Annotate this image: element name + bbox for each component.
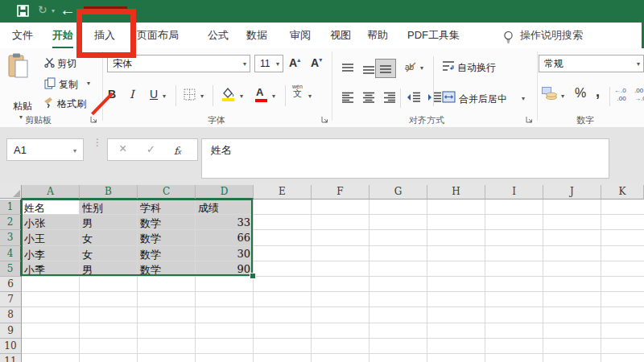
column-header-D[interactable]: D (196, 185, 254, 200)
percent-style-button[interactable]: % (575, 86, 586, 101)
row-header-3[interactable]: 3 (0, 230, 22, 245)
cell-C1[interactable]: 学科 (140, 201, 192, 216)
cell-B4[interactable]: 女 (82, 248, 134, 262)
cell-C3[interactable]: 数学 (140, 232, 192, 246)
column-header-H[interactable]: H (427, 185, 485, 200)
merge-center-label[interactable]: 合并后居中 (459, 93, 507, 106)
fill-handle[interactable] (250, 273, 256, 279)
paste-dropdown-icon[interactable]: ▾ (19, 113, 23, 121)
paste-button[interactable] (8, 53, 29, 79)
borders-dropdown-icon[interactable]: ▾ (200, 93, 204, 100)
chevron-down-icon[interactable]: ▾ (243, 60, 246, 68)
accounting-dropdown-icon[interactable]: ▾ (561, 93, 564, 100)
tell-me-search[interactable]: 操作说明搜索 (520, 28, 583, 43)
insert-function-icon[interactable]: fx (174, 143, 181, 158)
name-box[interactable]: A1 ▾ (6, 138, 84, 161)
alignment-dialog-launcher-icon[interactable] (526, 116, 533, 123)
align-left-icon[interactable] (341, 92, 354, 103)
copy-icon[interactable] (44, 77, 56, 89)
save-icon[interactable] (17, 5, 29, 17)
font-dialog-launcher-icon[interactable] (321, 116, 328, 123)
underline-button[interactable]: U (150, 88, 158, 101)
cell-A1[interactable]: 姓名 (24, 201, 76, 216)
column-header-G[interactable]: G (369, 185, 427, 200)
select-all-corner[interactable] (0, 185, 22, 199)
cell-B2[interactable]: 男 (82, 216, 134, 231)
cancel-icon[interactable]: × (119, 142, 126, 156)
phonetic-guide-icon[interactable]: wén 文 (292, 84, 303, 98)
row-header-6[interactable]: 6 (0, 277, 22, 292)
align-middle-icon[interactable] (362, 64, 375, 76)
increase-indent-icon[interactable] (427, 92, 442, 103)
row-header-11[interactable]: 11 (0, 354, 22, 362)
row-header-4[interactable]: 4 (0, 246, 22, 261)
paste-label[interactable]: 粘贴 (13, 100, 32, 113)
cell-A3[interactable]: 小王 (24, 232, 76, 246)
format-painter-icon[interactable] (43, 97, 55, 109)
orientation-icon[interactable]: ab (405, 60, 418, 73)
borders-icon[interactable] (184, 88, 196, 101)
font-size-combobox[interactable]: 11▾ (254, 55, 283, 72)
cell-C4[interactable]: 数学 (140, 248, 192, 262)
column-header-K[interactable]: K (601, 185, 644, 200)
qat-dropdown-icon[interactable]: ▾ (52, 7, 55, 14)
row-header-9[interactable]: 9 (0, 323, 22, 339)
cell-A4[interactable]: 小李 (24, 248, 76, 262)
cut-icon[interactable] (44, 57, 55, 68)
formula-input[interactable]: 姓名 (201, 138, 609, 179)
cell-A2[interactable]: 小张 (24, 216, 76, 231)
tab-home[interactable]: 开始 (52, 28, 73, 49)
align-center-icon[interactable] (362, 92, 375, 103)
tab-view[interactable]: 视图 (330, 28, 351, 43)
cell-D1[interactable]: 成绩 (198, 201, 250, 216)
tab-data[interactable]: 数据 (246, 28, 267, 43)
accounting-format-icon[interactable] (542, 87, 558, 101)
decrease-decimal-icon[interactable]: .00→.0 (634, 87, 644, 102)
grow-font-button[interactable]: A▴ (289, 56, 300, 69)
shrink-font-button[interactable]: A▾ (311, 56, 322, 69)
fill-color-icon[interactable] (221, 87, 236, 101)
cell-B3[interactable]: 女 (82, 232, 134, 246)
redo-icon[interactable]: ↻ (38, 3, 47, 16)
number-format-combobox[interactable]: 常规▾ (539, 55, 644, 72)
cell-A5[interactable]: 小季 (24, 263, 76, 278)
fill-color-dropdown-icon[interactable]: ▾ (240, 93, 243, 100)
worksheet-grid[interactable]: ABCDEFGHIJK 1234567891011 姓名性别学科成绩小张男数学3… (0, 185, 644, 362)
column-header-B[interactable]: B (80, 185, 138, 200)
tab-help[interactable]: 帮助 (367, 28, 388, 43)
align-bottom-button-selected[interactable] (375, 59, 396, 78)
column-header-A[interactable]: A (22, 185, 80, 200)
font-color-dropdown-icon[interactable]: ▾ (272, 93, 275, 100)
cell-area[interactable]: 姓名性别学科成绩小张男数学33小王女数学66小李女数学30小季男数学90 (22, 200, 644, 362)
orientation-dropdown-icon[interactable]: ▾ (420, 64, 423, 72)
cell-D3[interactable]: 66 (198, 232, 250, 244)
align-top-icon[interactable] (341, 63, 354, 74)
row-header-10[interactable]: 10 (0, 339, 22, 354)
chevron-down-icon[interactable]: ▾ (276, 60, 279, 68)
cell-D2[interactable]: 33 (198, 216, 250, 228)
column-header-C[interactable]: C (138, 185, 196, 200)
row-header-5[interactable]: 5 (0, 261, 22, 277)
font-color-icon[interactable]: A (256, 86, 263, 98)
cell-D5[interactable]: 90 (198, 263, 250, 275)
comma-style-button[interactable]: , (596, 84, 600, 101)
column-header-J[interactable]: J (543, 185, 601, 200)
tab-file[interactable]: 文件 (12, 28, 33, 43)
tab-review[interactable]: 审阅 (290, 28, 311, 43)
clipboard-dialog-launcher-icon[interactable] (90, 116, 97, 123)
cell-B5[interactable]: 男 (82, 263, 134, 278)
align-right-icon[interactable] (383, 92, 396, 103)
copy-label[interactable]: 复制 (59, 78, 78, 92)
row-header-2[interactable]: 2 (0, 215, 22, 230)
column-header-E[interactable]: E (254, 185, 312, 200)
wrap-text-label[interactable]: 自动换行 (457, 61, 496, 75)
tab-formulas[interactable]: 公式 (208, 28, 229, 43)
chevron-down-icon[interactable]: ▾ (637, 60, 640, 68)
row-header-7[interactable]: 7 (0, 292, 22, 307)
cell-D4[interactable]: 30 (198, 248, 250, 260)
bold-button[interactable]: B (108, 88, 116, 101)
name-box-dropdown-icon[interactable]: ▾ (73, 147, 76, 154)
row-header-8[interactable]: 8 (0, 307, 22, 323)
copy-dropdown-icon[interactable]: ▾ (87, 80, 90, 87)
wrap-text-icon[interactable] (442, 60, 455, 72)
